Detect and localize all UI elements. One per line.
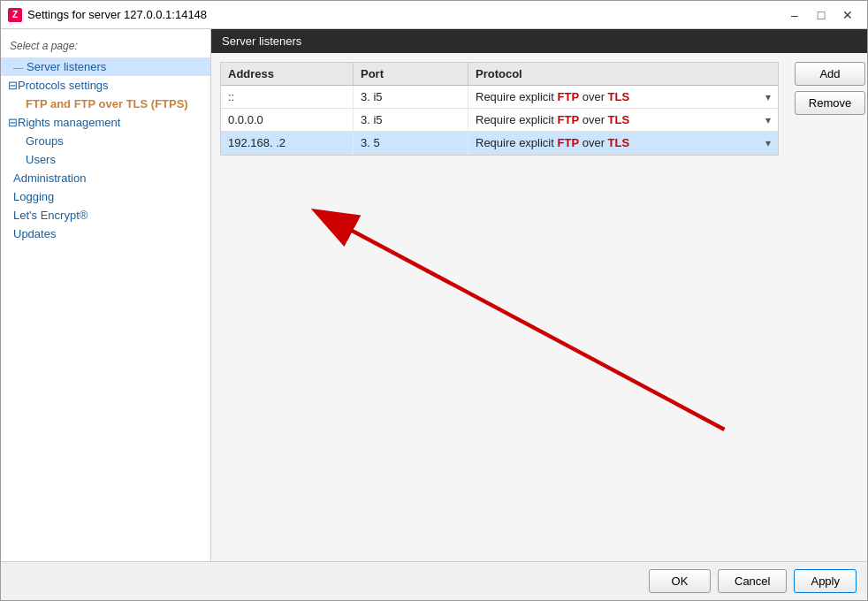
protocol-text: Require explicit FTP over TLS: [476, 136, 629, 149]
content-header: Server listeners: [211, 29, 867, 53]
sidebar: Select a page: — Server listeners ⊟ Prot…: [1, 29, 211, 561]
table-header: Address Port Protocol: [221, 63, 778, 86]
sidebar-item-server-listeners[interactable]: — Server listeners: [1, 57, 210, 76]
sidebar-item-logging[interactable]: Logging: [1, 187, 210, 206]
right-panel: Add Remove: [788, 53, 867, 561]
window-title: Settings for server 127.0.0.1:14148: [27, 8, 782, 21]
apply-button[interactable]: Apply: [794, 569, 857, 593]
protocol-dropdown-icon[interactable]: ▾: [765, 114, 771, 126]
sidebar-item-protocols-settings[interactable]: ⊟ Protocols settings: [1, 76, 210, 95]
svg-line-1: [318, 212, 725, 430]
sidebar-item-groups[interactable]: Groups: [1, 132, 210, 150]
tls-highlight: TLS: [608, 113, 630, 126]
close-button[interactable]: ✕: [835, 4, 860, 27]
protocol-cell: Require explicit FTP over TLS ▾: [468, 86, 778, 108]
port-cell: 3. i5: [354, 109, 468, 131]
listeners-table: Address Port Protocol :: 3. i5: [220, 62, 779, 156]
table-row[interactable]: 192.168. .2 3. 5 Require explicit FTP ov…: [221, 132, 778, 155]
footer: OK Cancel Apply: [1, 561, 867, 600]
protocol-text: Require explicit FTP over TLS: [476, 90, 629, 103]
sidebar-item-ftp-ftps[interactable]: FTP and FTP over TLS (FTPS): [1, 95, 210, 113]
protocol-cell: Require explicit FTP over TLS ▾: [468, 109, 778, 131]
minimize-button[interactable]: –: [782, 4, 807, 27]
tree-dash-icon: —: [13, 62, 23, 72]
ftp-highlight: FTP: [558, 136, 580, 149]
table-row[interactable]: 0.0.0.0 3. i5 Require explicit FTP over …: [221, 109, 778, 132]
address-cell: ::: [221, 86, 354, 108]
protocol-dropdown-icon[interactable]: ▾: [765, 137, 771, 149]
maximize-button[interactable]: □: [809, 4, 834, 27]
protocol-dropdown-icon[interactable]: ▾: [765, 91, 771, 103]
remove-button[interactable]: Remove: [795, 91, 865, 115]
protocol-cell: Require explicit FTP over TLS ▾: [468, 132, 778, 154]
tls-highlight: TLS: [608, 136, 630, 149]
app-icon: Z: [8, 8, 22, 22]
port-cell: 3. i5: [354, 86, 468, 108]
content-area: Server listeners Address Port Protocol: [211, 29, 867, 561]
content-body: Address Port Protocol :: 3. i5: [211, 53, 788, 561]
address-cell: 192.168. .2: [221, 132, 354, 154]
sidebar-item-users[interactable]: Users: [1, 150, 210, 169]
ok-button[interactable]: OK: [649, 569, 711, 593]
main-layout: Select a page: — Server listeners ⊟ Prot…: [1, 29, 867, 561]
settings-window: Z Settings for server 127.0.0.1:14148 – …: [0, 0, 868, 601]
tls-highlight: TLS: [608, 90, 630, 103]
sidebar-item-rights-management[interactable]: ⊟ Rights management: [1, 113, 210, 132]
window-controls: – □ ✕: [782, 4, 860, 27]
add-button[interactable]: Add: [795, 62, 865, 86]
title-bar: Z Settings for server 127.0.0.1:14148 – …: [1, 1, 867, 29]
ftp-ftps-label: FTP and FTP over TLS (FTPS): [26, 97, 188, 110]
address-cell: 0.0.0.0: [221, 109, 354, 131]
tree-expand-icon2: ⊟: [8, 116, 18, 129]
ftp-highlight: FTP: [558, 90, 580, 103]
sidebar-item-administration[interactable]: Administration: [1, 169, 210, 187]
sidebar-item-lets-encrypt[interactable]: Let's Encrypt®: [1, 206, 210, 224]
port-cell: 3. 5: [354, 132, 468, 154]
sidebar-header: Select a page:: [1, 36, 210, 57]
sidebar-item-updates[interactable]: Updates: [1, 224, 210, 243]
col-address: Address: [221, 63, 354, 85]
ftp-highlight: FTP: [558, 113, 580, 126]
protocol-text: Require explicit FTP over TLS: [476, 113, 629, 126]
table-row[interactable]: :: 3. i5 Require explicit FTP over TLS ▾: [221, 86, 778, 109]
col-protocol: Protocol: [468, 63, 778, 85]
col-port: Port: [354, 63, 468, 85]
content-inner: Address Port Protocol :: 3. i5: [211, 53, 867, 561]
tree-expand-icon: ⊟: [8, 79, 18, 92]
cancel-button[interactable]: Cancel: [718, 569, 787, 593]
